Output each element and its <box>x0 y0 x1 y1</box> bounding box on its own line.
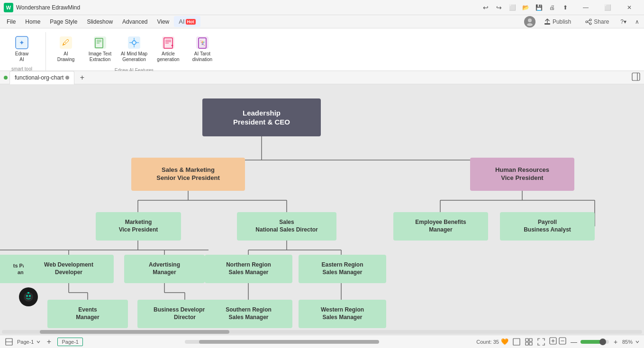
open-btn[interactable]: 📂 <box>520 2 531 13</box>
node-advertising[interactable]: AdvertisingManager <box>124 255 205 283</box>
app-logo: W <box>4 3 13 12</box>
fullscreen-collapse-btn[interactable] <box>559 337 566 346</box>
menu-page-style[interactable]: Page Style <box>45 17 82 27</box>
menu-home[interactable]: Home <box>20 17 45 27</box>
edraw-ai-icon: ✦ <box>14 35 29 50</box>
titlebar: W Wondershare EdrawMind ↩ ↪ ⬜ 📂 💾 🖨 ⬆ — … <box>0 0 644 15</box>
svg-text:🖊: 🖊 <box>62 38 70 46</box>
ai-tarot-button[interactable]: 🃏 AI Tarotdivination <box>186 32 218 65</box>
close-btn[interactable]: ✕ <box>618 0 640 15</box>
horizontal-scrollbar[interactable] <box>0 329 644 335</box>
new-file-btn[interactable]: ⬜ <box>507 2 518 13</box>
redo-btn[interactable]: ↪ <box>493 2 505 13</box>
node-sales-dir[interactable]: SalesNational Sales Director <box>237 212 336 241</box>
add-tab-button[interactable]: + <box>76 72 88 83</box>
svg-rect-33 <box>632 73 640 80</box>
node-payroll[interactable]: PayrollBusiness Analyst <box>500 212 595 241</box>
image-text-extraction-button[interactable]: Image TextExtraction <box>84 32 116 65</box>
zoom-in-btn[interactable]: + <box>611 337 620 347</box>
save-btn[interactable]: 💾 <box>533 2 544 13</box>
image-text-extraction-icon <box>92 35 108 50</box>
node-north-region[interactable]: Northern RegionSales Manager <box>205 255 292 283</box>
collapse-ribbon-button[interactable]: ∧ <box>632 17 642 27</box>
zoom-controls: — + 85% <box>569 337 640 347</box>
publish-button[interactable]: Publish <box>538 17 577 27</box>
connector-lines <box>0 84 644 335</box>
node-east-region[interactable]: Eastern RegionSales Manager <box>299 255 386 283</box>
scrollbar-track[interactable] <box>2 330 642 334</box>
tab-unsaved-dot <box>65 76 69 80</box>
menubar-right: Publish Share ?▾ ∧ <box>524 16 642 27</box>
canvas-scrollbar-thumb[interactable] <box>199 340 379 344</box>
share-label: Share <box>594 18 609 25</box>
print-btn[interactable]: 🖨 <box>546 2 558 13</box>
svg-point-67 <box>26 295 28 297</box>
export-btn[interactable]: ⬆ <box>560 2 571 13</box>
article-generation-icon: ✦ <box>161 35 176 50</box>
svg-text:🃏: 🃏 <box>199 39 206 46</box>
menu-view[interactable]: View <box>152 17 174 27</box>
node-hr[interactable]: Human ResourcesVice President <box>470 158 574 191</box>
svg-point-4 <box>590 19 591 21</box>
page-tab-label: Page-1 <box>62 339 78 345</box>
canvas-scrollbar-track[interactable] <box>185 340 374 344</box>
node-events[interactable]: EventsManager <box>47 300 128 328</box>
fullscreen-expand-btn[interactable] <box>549 337 557 346</box>
menu-ai[interactable]: AI Hot <box>174 16 200 27</box>
node-sales-marketing[interactable]: Sales & MarketingSenior Vice President <box>131 158 245 191</box>
node-emp-benefits[interactable]: Employee BenefitsManager <box>393 212 488 241</box>
ai-mind-map-generation-button[interactable]: AI Mind MapGeneration <box>118 32 150 65</box>
edraw-ai-button[interactable]: ✦ EdrawAI <box>6 32 38 65</box>
view-mode-2-btn[interactable] <box>524 337 534 347</box>
tab-functional-org-chart[interactable]: functional-org-chart <box>9 71 74 84</box>
toolbar-groups: ✦ EdrawAI smart tool 🖊 AIDrawing <box>6 32 638 74</box>
svg-text:✦: ✦ <box>19 39 25 46</box>
svg-point-5 <box>586 21 588 23</box>
undo-btn[interactable]: ↩ <box>480 2 491 13</box>
svg-point-68 <box>29 295 31 297</box>
ai-tarot-label: AI Tarotdivination <box>192 51 212 62</box>
status-right: Count: 35 🧡 — <box>476 337 640 347</box>
share-button[interactable]: Share <box>580 17 615 27</box>
file-status-dot <box>4 76 8 80</box>
smart-tool-group: ✦ EdrawAI smart tool <box>6 32 46 71</box>
fit-to-page-btn[interactable] <box>536 337 546 347</box>
tabbar: functional-org-chart + <box>0 71 644 84</box>
menu-advanced[interactable]: Advanced <box>118 17 152 27</box>
zoom-slider-thumb[interactable] <box>599 339 606 345</box>
node-south-region[interactable]: Southern RegionSales Manager <box>205 300 292 328</box>
share-icon <box>585 18 592 25</box>
article-generation-button[interactable]: ✦ Articlegeneration <box>152 32 184 65</box>
node-marketing-vp[interactable]: MarketingVice President <box>96 212 181 241</box>
user-avatar[interactable] <box>524 16 535 27</box>
titlebar-nav: ↩ ↪ ⬜ 📂 💾 🖨 ⬆ <box>480 2 571 13</box>
svg-point-2 <box>527 23 533 26</box>
ai-chat-button[interactable] <box>19 287 38 306</box>
menu-slideshow[interactable]: Slideshow <box>82 17 118 27</box>
add-page-button[interactable]: + <box>44 337 54 347</box>
zoom-slider-track[interactable] <box>581 340 609 344</box>
scrollbar-thumb[interactable] <box>40 330 229 334</box>
node-west-region[interactable]: Western RegionSales Manager <box>299 300 386 328</box>
canvas-area[interactable]: LeadershipPresident & CEO Sales & Market… <box>0 84 644 335</box>
zoom-out-btn[interactable]: — <box>569 337 579 347</box>
help-button[interactable]: ?▾ <box>617 17 629 27</box>
page-tab-active[interactable]: Page-1 <box>57 338 82 346</box>
node-root[interactable]: LeadershipPresident & CEO <box>202 98 321 136</box>
svg-rect-69 <box>27 292 29 294</box>
page-selector[interactable]: Page-1 <box>17 339 41 345</box>
app-title: Wondershare EdrawMind <box>16 4 476 11</box>
menu-file[interactable]: File <box>2 17 20 27</box>
maximize-btn[interactable]: ⬜ <box>597 0 618 15</box>
node-web-dev[interactable]: Web DevelopmentDeveloper <box>24 255 114 283</box>
zoom-level-label: 85% <box>622 339 633 345</box>
panel-toggle-btn[interactable] <box>632 72 640 83</box>
ai-drawing-button[interactable]: 🖊 AIDrawing <box>50 32 82 65</box>
view-mode-1-btn[interactable] <box>511 337 522 347</box>
minimize-btn[interactable]: — <box>575 0 597 15</box>
svg-rect-72 <box>513 339 520 345</box>
publish-label: Publish <box>553 18 571 25</box>
svg-point-1 <box>528 18 532 22</box>
publish-icon <box>544 18 551 25</box>
panel-layout-btn[interactable] <box>4 337 14 347</box>
